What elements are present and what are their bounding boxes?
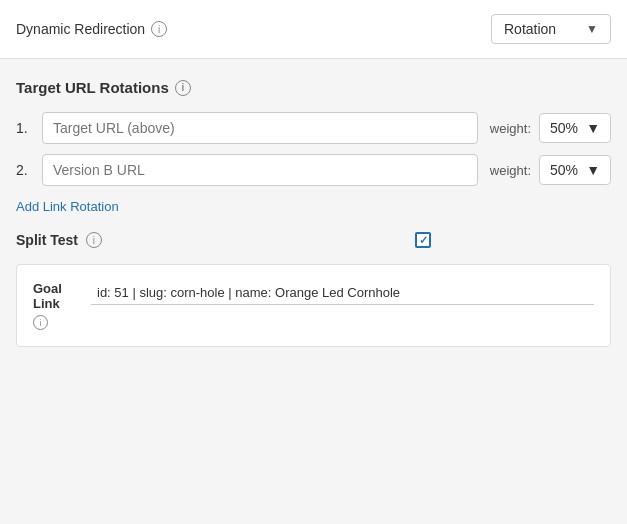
url-list: 1. weight: 50% ▼ 2. weight: 50% ▼	[16, 112, 611, 186]
goal-row: Goal Link i	[33, 281, 594, 330]
goal-link-label: Link	[33, 296, 60, 311]
add-link-rotation[interactable]: Add Link Rotation	[16, 199, 119, 214]
weight-value-2: 50%	[550, 162, 578, 178]
weight-dropdown-1[interactable]: 50% ▼	[539, 113, 611, 143]
goal-section: Goal Link i	[16, 264, 611, 347]
chevron-down-icon: ▼	[586, 22, 598, 36]
top-bar: Dynamic Redirection i Rotation ▼	[0, 0, 627, 59]
dynamic-redirection-label: Dynamic Redirection	[16, 21, 145, 37]
weight-label-2: weight:	[490, 163, 531, 178]
split-test-row: Split Test i	[16, 232, 611, 248]
section-title-text: Target URL Rotations	[16, 79, 169, 96]
url-number-1: 1.	[16, 120, 34, 136]
weight-value-1: 50%	[550, 120, 578, 136]
chevron-down-icon: ▼	[586, 162, 600, 178]
goal-info-icon[interactable]: i	[33, 315, 48, 330]
url-input-1[interactable]	[42, 112, 478, 144]
target-url-rotations-info-icon[interactable]: i	[175, 80, 191, 96]
split-test-info-icon[interactable]: i	[86, 232, 102, 248]
target-url-rotations-title: Target URL Rotations i	[16, 79, 611, 96]
url-row-2: 2. weight: 50% ▼	[16, 154, 611, 186]
main-content: Target URL Rotations i 1. weight: 50% ▼ …	[0, 59, 627, 524]
url-row-1: 1. weight: 50% ▼	[16, 112, 611, 144]
weight-label-1: weight:	[490, 121, 531, 136]
dynamic-redirection-info-icon[interactable]: i	[151, 21, 167, 37]
goal-label-col: Goal Link i	[33, 281, 83, 330]
rotation-dropdown[interactable]: Rotation ▼	[491, 14, 611, 44]
split-test-label: Split Test	[16, 232, 78, 248]
url-input-2[interactable]	[42, 154, 478, 186]
weight-dropdown-2[interactable]: 50% ▼	[539, 155, 611, 185]
goal-label: Goal	[33, 281, 62, 296]
chevron-down-icon: ▼	[586, 120, 600, 136]
goal-link-input[interactable]	[91, 281, 594, 305]
rotation-dropdown-value: Rotation	[504, 21, 556, 37]
split-test-checkbox-container	[415, 232, 431, 248]
split-test-checkbox[interactable]	[415, 232, 431, 248]
url-number-2: 2.	[16, 162, 34, 178]
